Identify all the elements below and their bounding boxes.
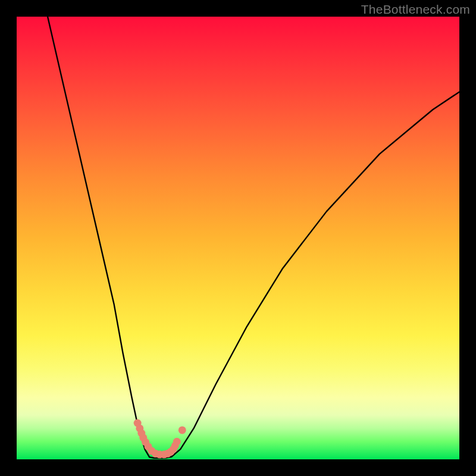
marker-dot [178, 426, 186, 434]
bottleneck-curve [48, 17, 459, 458]
marker-dot [173, 438, 181, 446]
chart-frame: TheBottleneck.com [0, 0, 476, 476]
plot-area [17, 17, 459, 459]
curve-layer [17, 17, 459, 459]
watermark-label: TheBottleneck.com [361, 2, 470, 17]
